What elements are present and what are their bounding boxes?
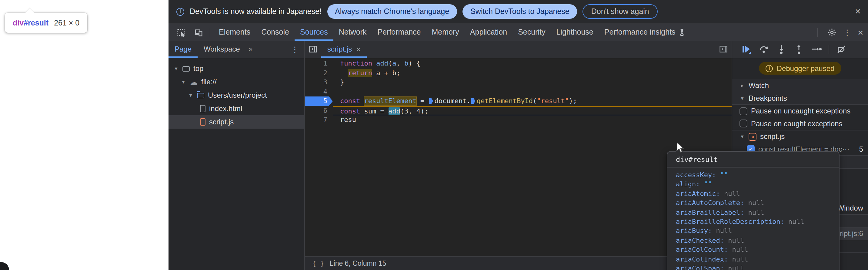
tab-lighthouse[interactable]: Lighthouse xyxy=(551,24,598,41)
more-tabs-icon[interactable]: » xyxy=(249,45,252,53)
code-token: getElementById xyxy=(477,97,533,105)
file-js-icon xyxy=(200,118,206,126)
tab-application[interactable]: Application xyxy=(465,24,513,41)
step-into-button[interactable] xyxy=(772,44,790,54)
tab-close-icon[interactable]: × xyxy=(356,45,361,54)
line-number[interactable]: 3 xyxy=(305,78,333,87)
tab-elements[interactable]: Elements xyxy=(213,24,256,41)
tree-item-file-protocol[interactable]: ▾ ☁ file:// xyxy=(168,75,304,89)
tab-security[interactable]: Security xyxy=(513,24,551,41)
code-line: 5const resultElement = document.getEleme… xyxy=(305,96,732,106)
property-value: null xyxy=(720,190,740,198)
tree-label: Users/user/project xyxy=(208,91,267,99)
tree-label: script.js xyxy=(209,118,234,126)
navigator-kebab-icon[interactable]: ⋮ xyxy=(291,44,304,54)
panel-tabbar: Elements Console Sources Network Perform… xyxy=(168,24,868,41)
file-tree: ▾ top ▾ ☁ file:// ▾ Users/user/project xyxy=(168,58,304,129)
chevron-down-icon[interactable]: ▾ xyxy=(173,65,179,71)
property-name: ariaColIndex: xyxy=(676,255,728,263)
pause-on-caught-row[interactable]: Pause on caught exceptions xyxy=(732,117,868,130)
navigator-tab-page[interactable]: Page xyxy=(168,41,197,58)
code-text: function add(a, b) { xyxy=(333,59,732,68)
code-token: resu xyxy=(340,116,356,124)
settings-gear-icon[interactable] xyxy=(827,28,836,37)
mouse-cursor xyxy=(677,142,685,153)
resume-script-button[interactable] xyxy=(737,44,755,54)
inspect-element-icon[interactable] xyxy=(173,24,190,41)
navigator-tab-workspace[interactable]: Workspace xyxy=(197,41,246,58)
element-dimensions-tooltip: div#result 261 × 0 xyxy=(5,13,87,33)
tree-item-project-folder[interactable]: ▾ Users/user/project xyxy=(168,89,304,102)
tab-performance-insights[interactable]: Performance insights xyxy=(599,24,691,41)
section-watch[interactable]: ▸ Watch xyxy=(732,79,868,92)
editor-tabbar: script.js × xyxy=(305,41,732,58)
code-token: "result" xyxy=(537,97,569,105)
tree-label: file:// xyxy=(201,78,217,86)
show-debugger-sidebar-icon[interactable] xyxy=(715,45,732,53)
debugger-paused-badge: i Debugger paused xyxy=(759,62,841,74)
popup-property: ariaColIndex: null xyxy=(676,254,830,264)
chevron-down-icon[interactable]: ▾ xyxy=(188,92,193,98)
tree-item-top[interactable]: ▾ top xyxy=(168,62,304,75)
editor-tab-script-js[interactable]: script.js × xyxy=(321,41,367,58)
deactivate-breakpoints-button[interactable] xyxy=(832,44,850,54)
property-value: null xyxy=(744,199,764,207)
tab-performance[interactable]: Performance xyxy=(372,24,426,41)
folder-icon xyxy=(197,92,204,98)
dont-show-again-button[interactable]: Don't show again xyxy=(583,4,658,19)
tooltip-selector: div#result xyxy=(13,19,49,27)
switch-to-japanese-button[interactable]: Switch DevTools to Japanese xyxy=(463,4,577,19)
chevron-down-icon[interactable]: ▾ xyxy=(181,79,186,85)
debugger-toolbar xyxy=(732,41,868,58)
step-over-button[interactable] xyxy=(755,44,772,54)
navigator-pane: Page Workspace » ⋮ ▾ top ▾ ☁ file:// xyxy=(168,41,305,270)
info-icon: i xyxy=(176,7,184,16)
tab-sources[interactable]: Sources xyxy=(294,24,333,41)
property-name: ariaColCount: xyxy=(676,246,728,253)
property-name: ariaBrailleLabel: xyxy=(676,208,744,216)
inline-breakpoint-icon[interactable] xyxy=(429,98,433,104)
line-number[interactable]: 7 xyxy=(305,115,333,125)
checkbox-label: Pause on uncaught exceptions xyxy=(751,107,850,115)
tab-network[interactable]: Network xyxy=(333,24,372,41)
devtools-close-icon[interactable]: × xyxy=(858,28,863,37)
section-breakpoints[interactable]: ▾ Breakpoints xyxy=(732,92,868,104)
line-number[interactable]: 6 xyxy=(305,106,333,115)
tab-memory[interactable]: Memory xyxy=(427,24,465,41)
code-text: resu xyxy=(333,115,732,125)
popup-property: ariaBrailleRoleDescription: null xyxy=(676,217,830,227)
checkbox-unchecked[interactable] xyxy=(740,107,747,115)
breakpoint-marker[interactable]: 5 xyxy=(305,96,333,106)
step-out-button[interactable] xyxy=(790,44,807,54)
checkbox-label: Pause on caught exceptions xyxy=(751,119,842,128)
line-number[interactable]: 2 xyxy=(305,68,333,78)
inline-breakpoint-icon[interactable] xyxy=(471,98,475,104)
popup-property: ariaBusy: null xyxy=(676,227,830,236)
chevron-down-icon: ▾ xyxy=(740,133,745,140)
tree-label: index.html xyxy=(209,104,242,113)
breakpoint-file-group[interactable]: ▾ ‹› script.js xyxy=(732,130,868,143)
kebab-menu-icon[interactable]: ⋮ xyxy=(843,28,851,37)
device-toolbar-icon[interactable] xyxy=(190,24,207,41)
code-line: 2 return a + b; xyxy=(305,68,732,78)
notification-close-icon[interactable]: × xyxy=(855,7,861,17)
code-token: a xyxy=(392,59,396,67)
line-number[interactable]: 1 xyxy=(305,59,333,68)
pretty-print-icon[interactable]: { } xyxy=(312,260,324,267)
element-dimensions: 261 × 0 xyxy=(54,19,80,27)
checkbox-unchecked[interactable] xyxy=(740,120,747,127)
always-match-language-button[interactable]: Always match Chrome's language xyxy=(327,4,457,19)
line-number[interactable]: 4 xyxy=(305,87,333,96)
tab-console[interactable]: Console xyxy=(256,24,294,41)
step-button[interactable] xyxy=(807,45,826,53)
element-id: #result xyxy=(24,19,49,27)
hide-navigator-icon[interactable] xyxy=(305,45,321,53)
breakpoint-file-label: script.js xyxy=(760,132,785,141)
chevron-right-icon: ▸ xyxy=(740,82,745,88)
code-line: 4 xyxy=(305,87,732,96)
tree-item-script-js[interactable]: script.js xyxy=(168,115,304,129)
code-token: add xyxy=(388,107,400,115)
tree-item-index-html[interactable]: index.html xyxy=(168,102,304,115)
pause-on-uncaught-row[interactable]: Pause on uncaught exceptions xyxy=(732,104,868,117)
code-line: 7resu xyxy=(305,115,732,125)
